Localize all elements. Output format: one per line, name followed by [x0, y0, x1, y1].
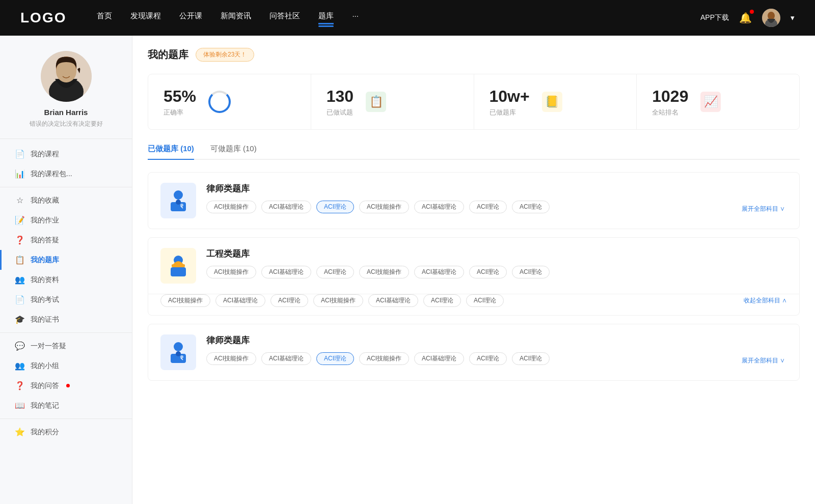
- sidebar-item-1on1[interactable]: 💬 一对一答疑: [0, 336, 132, 356]
- tag-1-6[interactable]: ACI理论: [512, 266, 550, 278]
- sidebar-label-notes: 我的笔记: [31, 401, 59, 410]
- sidebar-item-favorites[interactable]: ☆ 我的收藏: [0, 190, 132, 210]
- qbank-icon-lawyer-2: [160, 334, 196, 370]
- qbank-card-1: 工程类题库 ACI技能操作 ACI基础理论 ACI理论 ACI技能操作 ACI基…: [148, 237, 800, 316]
- sidebar-item-exam[interactable]: 📄 我的考试: [0, 290, 132, 310]
- tab-done[interactable]: 已做题库 (10): [148, 144, 194, 160]
- tabs-row: 已做题库 (10) 可做题库 (10): [148, 144, 800, 160]
- nav-more[interactable]: ···: [352, 11, 359, 24]
- tag-1-0[interactable]: ACI技能操作: [206, 266, 256, 278]
- user-chevron[interactable]: ▾: [791, 13, 795, 22]
- nav-qa[interactable]: 问答社区: [269, 11, 300, 24]
- sidebar-item-packages[interactable]: 📊 我的课程包...: [0, 164, 132, 184]
- notification-bell[interactable]: 🔔: [739, 12, 752, 24]
- sidebar-item-group[interactable]: 👥 我的小组: [0, 356, 132, 376]
- svg-point-1: [768, 12, 775, 20]
- tag-1-3[interactable]: ACI技能操作: [359, 266, 409, 278]
- exam-icon: 📄: [15, 295, 24, 304]
- sidebar-item-profile[interactable]: 👥 我的资料: [0, 270, 132, 290]
- app-download[interactable]: APP下载: [700, 13, 729, 22]
- tag-1-r5[interactable]: ACI理论: [423, 294, 461, 307]
- tag-2-5[interactable]: ACI理论: [469, 352, 507, 365]
- tag-0-3[interactable]: ACI技能操作: [359, 201, 409, 213]
- tag-1-r3[interactable]: ACI技能操作: [313, 294, 363, 307]
- user-avatar[interactable]: [762, 9, 780, 27]
- sidebar-item-homework[interactable]: 📝 我的作业: [0, 210, 132, 230]
- tag-1-r0[interactable]: ACI技能操作: [160, 294, 210, 307]
- tag-1-r1[interactable]: ACI基础理论: [215, 294, 265, 307]
- tag-0-2[interactable]: ACI理论: [316, 201, 354, 213]
- qbank-header-1: 工程类题库 ACI技能操作 ACI基础理论 ACI理论 ACI技能操作 ACI基…: [148, 238, 799, 294]
- sidebar-label-1on1: 一对一答疑: [31, 342, 66, 351]
- tag-1-1[interactable]: ACI基础理论: [261, 266, 311, 278]
- sidebar-label-packages: 我的课程包...: [31, 170, 72, 179]
- svg-rect-13: [171, 267, 186, 276]
- collapse-1[interactable]: 收起全部科目 ∧: [744, 296, 787, 305]
- sidebar-item-qa[interactable]: ❓ 我的答疑: [0, 230, 132, 250]
- sidebar-item-points[interactable]: ⭐ 我的积分: [0, 422, 132, 442]
- tag-1-r6[interactable]: ACI理论: [466, 294, 504, 307]
- tag-1-r2[interactable]: ACI理论: [270, 294, 308, 307]
- stat-questions-label: 已做试题: [327, 108, 354, 117]
- tag-2-6[interactable]: ACI理论: [512, 352, 550, 365]
- qbank-content-1: 工程类题库 ACI技能操作 ACI基础理论 ACI理论 ACI技能操作 ACI基…: [206, 248, 787, 278]
- sidebar-item-qbank[interactable]: 📋 我的题库: [0, 250, 132, 270]
- tag-0-4[interactable]: ACI基础理论: [414, 201, 464, 213]
- nav-news[interactable]: 新闻资讯: [221, 11, 251, 24]
- stat-accuracy-info: 55% 正确率: [164, 87, 196, 117]
- profile-name: Brian Harris: [44, 108, 88, 117]
- sidebar-label-qbank: 我的题库: [31, 256, 59, 265]
- tag-2-3[interactable]: ACI技能操作: [359, 352, 409, 365]
- packages-icon: 📊: [15, 169, 24, 179]
- stat-rank-info: 1029 全站排名: [652, 87, 688, 117]
- sidebar-label-group: 我的小组: [31, 361, 59, 371]
- tag-1-r4[interactable]: ACI基础理论: [368, 294, 418, 307]
- tag-1-4[interactable]: ACI基础理论: [414, 266, 464, 278]
- expand-2[interactable]: 展开全部科目 ∨: [742, 356, 787, 365]
- qbank-icon: 📋: [15, 255, 24, 265]
- tag-0-5[interactable]: ACI理论: [469, 201, 507, 213]
- svg-point-17: [180, 355, 183, 358]
- stat-accuracy: 55% 正确率: [148, 74, 311, 129]
- sidebar-item-notes[interactable]: 📖 我的笔记: [0, 396, 132, 415]
- stat-questions: 130 已做试题 📋: [311, 74, 474, 129]
- sidebar-divider-2: [0, 332, 132, 333]
- stat-banks-value: 10w+: [490, 87, 530, 106]
- tag-2-1[interactable]: ACI基础理论: [261, 352, 311, 365]
- tag-0-0[interactable]: ACI技能操作: [206, 201, 256, 213]
- profile-avatar: [41, 51, 92, 102]
- qbank-content-2: 律师类题库 ACI技能操作 ACI基础理论 ACI理论 ACI技能操作 ACI基…: [206, 334, 787, 365]
- stat-banks: 10w+ 已做题库 📒: [474, 74, 637, 129]
- stat-questions-icon: 📋: [366, 92, 386, 112]
- stat-rank: 1029 全站排名 📈: [637, 74, 799, 129]
- svg-point-16: [176, 351, 181, 356]
- tag-1-2[interactable]: ACI理论: [316, 266, 354, 278]
- tag-2-2[interactable]: ACI理论: [316, 352, 354, 365]
- sidebar-item-myqa[interactable]: ❓ 我的问答: [0, 376, 132, 396]
- tag-2-0[interactable]: ACI技能操作: [206, 352, 256, 365]
- stat-accuracy-value: 55%: [164, 87, 196, 106]
- nav-opencourse[interactable]: 公开课: [179, 11, 202, 24]
- tag-0-6[interactable]: ACI理论: [512, 201, 550, 213]
- profile-icon: 👥: [15, 275, 24, 285]
- sidebar-label-favorites: 我的收藏: [31, 196, 59, 205]
- nav-discover[interactable]: 发现课程: [130, 11, 161, 24]
- stat-questions-info: 130 已做试题: [327, 87, 354, 117]
- tag-0-1[interactable]: ACI基础理论: [261, 201, 311, 213]
- tag-2-4[interactable]: ACI基础理论: [414, 352, 464, 365]
- nav-qbank[interactable]: 题库: [318, 11, 334, 24]
- stat-rank-icon: 📈: [700, 92, 721, 112]
- sidebar-item-cert[interactable]: 🎓 我的证书: [0, 310, 132, 329]
- nav-home[interactable]: 首页: [97, 11, 112, 24]
- group-icon: 👥: [15, 361, 24, 371]
- 1on1-icon: 💬: [15, 341, 24, 351]
- svg-rect-12: [172, 264, 185, 267]
- tag-1-5[interactable]: ACI理论: [469, 266, 507, 278]
- sidebar-item-courses[interactable]: 📄 我的课程: [0, 144, 132, 164]
- notification-badge: [750, 10, 754, 14]
- expand-0[interactable]: 展开全部科目 ∨: [742, 205, 787, 213]
- logo: LOGO: [20, 10, 66, 26]
- favorites-icon: ☆: [15, 195, 24, 205]
- sidebar-divider-3: [0, 418, 132, 419]
- tab-available[interactable]: 可做题库 (10): [210, 144, 257, 160]
